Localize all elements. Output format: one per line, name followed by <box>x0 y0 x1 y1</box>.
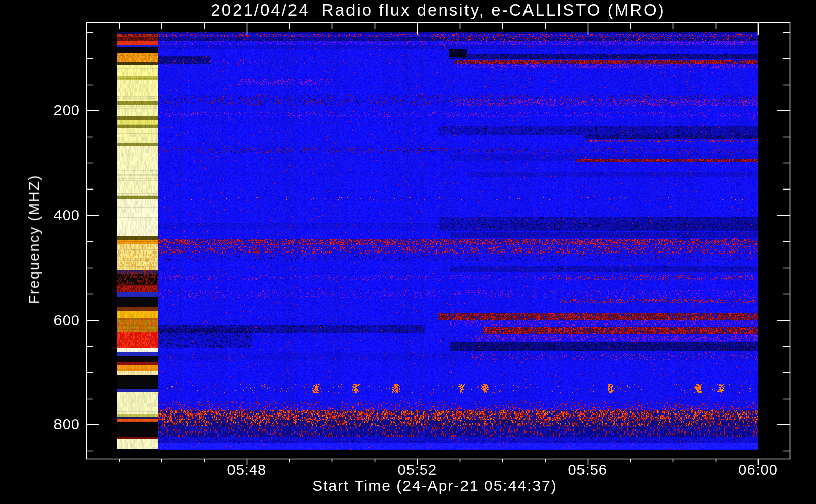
x-tick-label: 05:48 <box>206 462 287 478</box>
spectrogram-window: 2021/04/24 Radio flux density, e-CALLIST… <box>0 0 816 504</box>
spectrogram-canvas <box>0 0 816 504</box>
x-axis-title: Start Time (24-Apr-21 05:44:37) <box>86 477 783 494</box>
y-tick-label: 400 <box>20 207 80 224</box>
y-tick-label: 800 <box>20 416 80 433</box>
y-axis-title: Frequency (MHZ) <box>26 174 43 304</box>
x-tick-label: 05:52 <box>377 462 457 478</box>
x-tick-label: 05:56 <box>547 462 628 478</box>
y-tick-label: 600 <box>20 312 80 329</box>
chart-title: 2021/04/24 Radio flux density, e-CALLIST… <box>86 1 790 20</box>
y-tick-label: 200 <box>20 102 80 119</box>
x-tick-label: 06:00 <box>718 462 798 478</box>
